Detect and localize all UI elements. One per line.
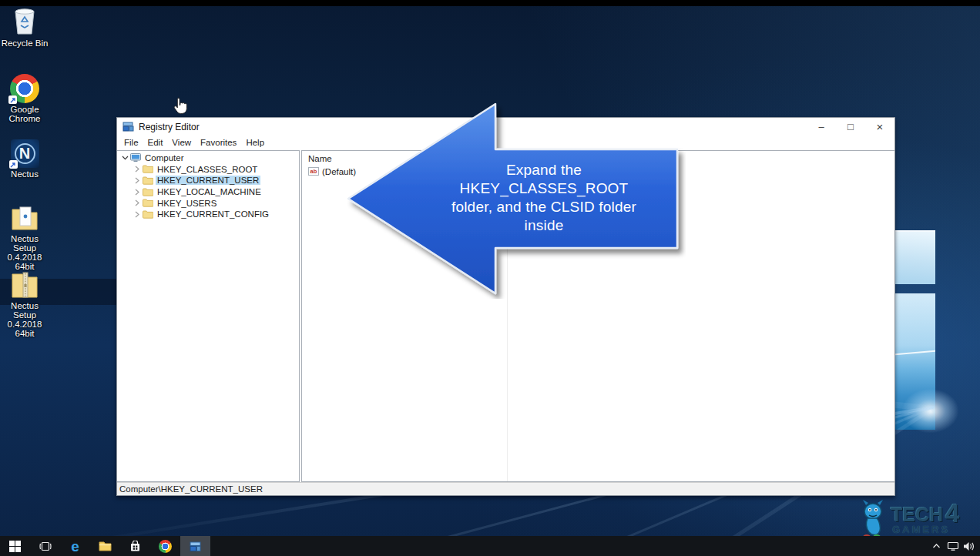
chrome-icon [159, 540, 172, 553]
tree-row-hkey-classes-root[interactable]: HKEY_CLASSES_ROOT [129, 164, 299, 176]
computer-icon [130, 153, 141, 162]
zip-folder-icon [10, 270, 39, 300]
desktop-icon-nectus-setup-zip[interactable]: Nectus Setup 0.4.2018 64bit [1, 270, 49, 338]
file-explorer-icon [99, 541, 112, 551]
tree-row-hkey-local-machine[interactable]: HKEY_LOCAL_MACHINE [129, 186, 299, 198]
watermark-gamers: GAMERS [892, 524, 950, 535]
desktop-icon-label: Google Chrome [1, 105, 49, 123]
chevron-collapsed-icon[interactable] [133, 199, 141, 206]
shortcut-arrow-icon [8, 95, 17, 104]
desktop-icon-recycle-bin[interactable]: Recycle Bin [1, 6, 49, 48]
system-tray [928, 536, 980, 556]
tree-row-hkey-users[interactable]: HKEY_USERS [129, 197, 299, 209]
registry-editor-taskbar-button[interactable] [180, 536, 210, 556]
tree-label: HKEY_USERS [156, 199, 218, 208]
menu-favorites[interactable]: Favorites [197, 138, 243, 148]
watermark-four: 4 [945, 504, 959, 524]
menu-file[interactable]: File [121, 138, 145, 148]
windows-logo-icon [9, 541, 21, 552]
hidden-icons-chevron[interactable] [928, 536, 945, 556]
store-button[interactable] [120, 536, 150, 556]
string-value-icon: ab [308, 167, 319, 176]
watermark-tech: TECH [891, 504, 943, 526]
status-path: Computer\HKEY_CURRENT_USER [119, 484, 263, 494]
edge-icon: e [71, 539, 79, 554]
desktop-icon-label: Nectus Setup 0.4.2018 64bit [1, 234, 49, 271]
desktop-icon-nectus[interactable]: N Nectus [1, 139, 49, 179]
close-button[interactable]: × [865, 118, 894, 136]
file-explorer-button[interactable] [90, 536, 120, 556]
desktop-icon-label: Nectus Setup 0.4.2018 64bit [1, 301, 49, 338]
folder-icon [143, 188, 153, 196]
callout-text: Expand the HKEY_CLASSES_ROOT folder, and… [431, 161, 656, 235]
minimize-button[interactable]: – [807, 118, 836, 136]
tree-label-selected: HKEY_CURRENT_USER [156, 176, 260, 185]
registry-editor-icon [189, 541, 202, 552]
chrome-button[interactable] [150, 536, 180, 556]
tree-row-computer[interactable]: Computer [117, 152, 299, 164]
registry-tree-pane: Computer HKEY_CLASSES_ROOT [117, 150, 300, 482]
edge-button[interactable]: e [60, 536, 90, 556]
tree-label: HKEY_LOCAL_MACHINE [156, 187, 263, 196]
folder-icon [143, 176, 153, 185]
chevron-collapsed-icon[interactable] [133, 177, 141, 184]
shortcut-arrow-icon [9, 160, 18, 169]
taskbar-empty-area [210, 536, 928, 556]
desktop-icon-label: Recycle Bin [1, 39, 49, 48]
status-bar: Computer\HKEY_CURRENT_USER [117, 482, 894, 495]
chrome-icon [10, 74, 39, 103]
registry-editor-app-icon [123, 122, 134, 132]
store-icon [129, 541, 141, 552]
chevron-collapsed-icon[interactable] [133, 166, 141, 172]
desktop-icon-nectus-setup-folder[interactable]: Nectus Setup 0.4.2018 64bit [1, 205, 49, 271]
folder-icon [143, 210, 153, 219]
task-view-button[interactable] [30, 536, 60, 556]
desktop-icon-label: Nectus [1, 169, 49, 179]
menu-help[interactable]: Help [243, 138, 270, 148]
tree-label: Computer [143, 153, 186, 162]
menu-view[interactable]: View [169, 138, 197, 148]
desktop-icon-google-chrome[interactable]: Google Chrome [1, 74, 49, 123]
hand-cursor-icon [173, 97, 189, 120]
chevron-collapsed-icon[interactable] [133, 189, 141, 196]
letterbox-strip [0, 0, 980, 6]
desktop: Recycle Bin Google Chrome N Nectus [0, 0, 980, 556]
tree-label: HKEY_CLASSES_ROOT [156, 165, 259, 174]
volume-control[interactable] [961, 536, 977, 556]
folder-icon [10, 205, 39, 233]
chevron-up-icon [932, 543, 941, 549]
network-display-icon [947, 541, 959, 551]
recycle-bin-icon [9, 6, 40, 37]
task-view-icon [39, 541, 52, 551]
window-title: Registry Editor [139, 122, 200, 132]
chevron-collapsed-icon[interactable] [133, 211, 141, 218]
menu-edit[interactable]: Edit [145, 138, 169, 148]
nectus-icon: N [11, 139, 39, 168]
folder-icon [143, 199, 153, 207]
wallpaper-window-pane-top [893, 230, 935, 284]
folder-icon [143, 165, 153, 173]
taskbar: e [0, 536, 980, 556]
tree-row-hkey-current-user[interactable]: HKEY_CURRENT_USER [129, 175, 299, 186]
tree-row-hkey-current-config[interactable]: HKEY_CURRENT_CONFIG [129, 209, 299, 220]
chevron-expanded-icon[interactable] [121, 156, 129, 160]
network-status[interactable] [945, 536, 961, 556]
speaker-icon [963, 541, 975, 551]
maximize-button[interactable]: □ [836, 118, 865, 136]
tree-label: HKEY_CURRENT_CONFIG [156, 209, 270, 219]
start-button[interactable] [0, 536, 30, 556]
